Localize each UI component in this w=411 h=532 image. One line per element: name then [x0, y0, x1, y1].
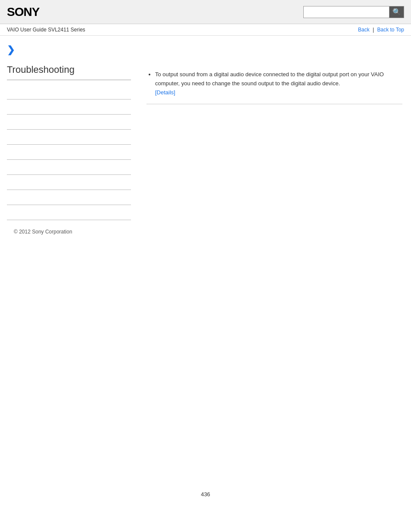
nav-links: Back | Back to Top	[358, 27, 404, 33]
nav-separator: |	[373, 27, 374, 33]
sony-logo: SONY	[7, 5, 39, 19]
page-header: SONY 🔍	[0, 0, 411, 24]
search-button[interactable]: 🔍	[389, 6, 404, 18]
back-link[interactable]: Back	[358, 27, 370, 33]
list-item: To output sound from a digital audio dev…	[155, 70, 402, 97]
sidebar-nav-item[interactable]	[7, 205, 131, 220]
section-title: Troubleshooting	[7, 64, 131, 80]
sidebar-nav-item[interactable]	[7, 89, 131, 100]
sidebar: ❯ Troubleshooting © 2012 Sony Corporatio…	[0, 36, 138, 252]
main-content: ❯ Troubleshooting © 2012 Sony Corporatio…	[0, 36, 411, 252]
sidebar-nav-item[interactable]	[7, 145, 131, 160]
search-area: 🔍	[303, 6, 404, 18]
sidebar-nav-item[interactable]	[7, 160, 131, 175]
breadcrumb: VAIO User Guide SVL2411 Series	[7, 27, 85, 33]
sidebar-nav-item[interactable]	[7, 115, 131, 130]
content-area: To output sound from a digital audio dev…	[138, 36, 411, 252]
search-icon: 🔍	[392, 8, 401, 16]
sidebar-nav-item[interactable]	[7, 130, 131, 145]
page-number: 436	[192, 482, 219, 506]
footer: © 2012 Sony Corporation	[7, 220, 131, 243]
sidebar-nav-item[interactable]	[7, 175, 131, 190]
content-divider	[146, 104, 402, 104]
sidebar-nav-item[interactable]	[7, 190, 131, 205]
content-list: To output sound from a digital audio dev…	[146, 70, 402, 97]
search-input[interactable]	[303, 6, 389, 18]
copyright-text: © 2012 Sony Corporation	[14, 229, 72, 235]
breadcrumb-arrow[interactable]: ❯	[7, 44, 131, 56]
content-item-text: To output sound from a digital audio dev…	[155, 71, 384, 87]
nav-bar: VAIO User Guide SVL2411 Series Back | Ba…	[0, 24, 411, 36]
details-link[interactable]: [Details]	[155, 89, 175, 96]
back-to-top-link[interactable]: Back to Top	[377, 27, 404, 33]
sidebar-nav-list	[7, 89, 131, 220]
sidebar-nav-item[interactable]	[7, 100, 131, 115]
